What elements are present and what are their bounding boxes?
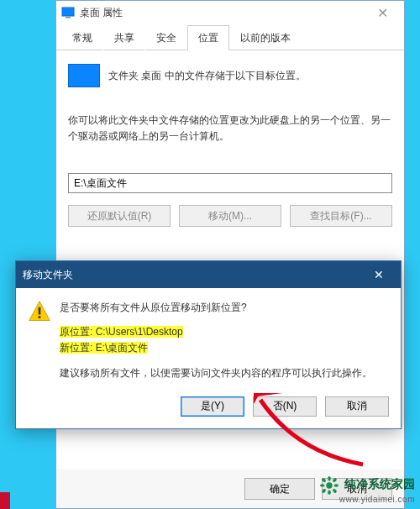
cancel-button[interactable]: 取消 (322, 478, 392, 500)
dialog-yes-button[interactable]: 是(Y) (181, 396, 244, 417)
location-description: 你可以将此文件夹中文件存储的位置更改为此硬盘上的另一个位置、另一个驱动器或网络上… (68, 113, 392, 144)
left-edge-marker (0, 492, 10, 509)
window-footer: 确定 取消 (56, 470, 404, 508)
window-title: 桌面 属性 (80, 6, 123, 20)
tab-location[interactable]: 位置 (187, 25, 229, 50)
old-location-path: C:\Users\1\Desktop (96, 326, 183, 338)
tab-security[interactable]: 安全 (145, 25, 187, 50)
dialog-titlebar: 移动文件夹 ✕ (16, 261, 401, 288)
properties-window: 桌面 属性 ✕ 常规 共享 安全 位置 以前的版本 文件夹 桌面 中的文件存储于… (55, 0, 405, 509)
titlebar: 桌面 属性 ✕ (56, 1, 404, 24)
window-close-button[interactable]: ✕ (365, 5, 399, 21)
dialog-close-button[interactable]: ✕ (364, 266, 394, 283)
svg-rect-3 (39, 307, 41, 315)
dialog-footer: 是(Y) 否(N) 取消 (16, 390, 401, 428)
tab-general[interactable]: 常规 (61, 25, 103, 50)
svg-rect-1 (66, 17, 71, 18)
dialog-no-button[interactable]: 否(N) (253, 396, 317, 417)
svg-rect-4 (39, 316, 41, 318)
svg-rect-0 (62, 8, 74, 16)
new-location-label: 新位置: (60, 342, 96, 354)
move-folder-dialog: 移动文件夹 ✕ 是否要将所有文件从原位置移动到新位置? 原位置: C:\User… (15, 260, 402, 429)
new-location-path: E:\桌面文件 (96, 342, 149, 354)
dialog-cancel-button[interactable]: 取消 (325, 396, 389, 417)
path-input[interactable] (68, 173, 392, 193)
folder-preview-icon (68, 64, 100, 87)
dialog-content: 是否要将所有文件从原位置移动到新位置? 原位置: C:\Users\1\Desk… (60, 300, 372, 381)
tab-previous-versions[interactable]: 以前的版本 (229, 25, 302, 50)
tab-sharing[interactable]: 共享 (103, 25, 145, 50)
warning-icon (28, 300, 51, 381)
tab-bar: 常规 共享 安全 位置 以前的版本 (56, 24, 404, 50)
dialog-advice: 建议移动所有文件，以便需要访问文件夹内容的程序可以执行此操作。 (60, 365, 372, 381)
desktop-icon (61, 6, 75, 19)
ok-button[interactable]: 确定 (244, 478, 315, 500)
dialog-question: 是否要将所有文件从原位置移动到新位置? (60, 300, 372, 316)
dialog-title: 移动文件夹 (23, 268, 73, 282)
restore-default-button[interactable]: 还原默认值(R) (68, 205, 171, 227)
find-target-button[interactable]: 查找目标(F)... (290, 205, 392, 227)
move-button[interactable]: 移动(M)... (179, 205, 281, 227)
location-heading: 文件夹 桌面 中的文件存储于以下目标位置。 (108, 69, 306, 83)
old-location-label: 原位置: (60, 326, 96, 338)
